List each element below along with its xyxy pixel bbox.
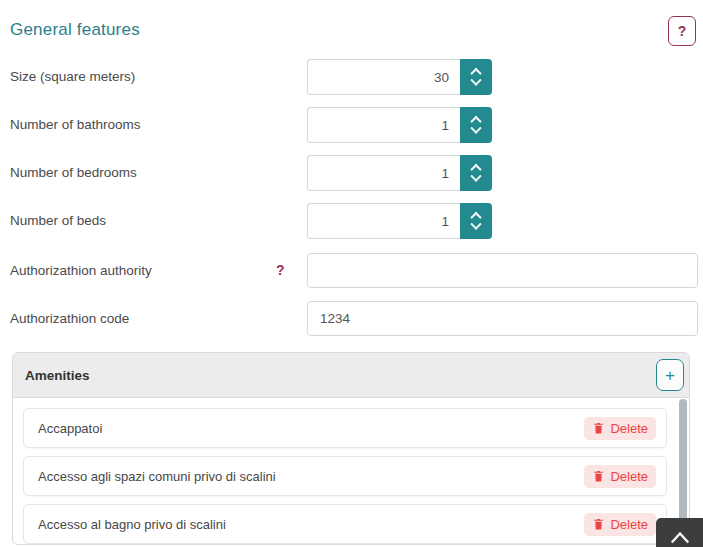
delete-label: Delete [610, 421, 648, 436]
authority-input[interactable] [307, 253, 698, 288]
delete-amenity-button[interactable]: Delete [584, 417, 656, 440]
trash-icon [592, 422, 605, 435]
page-title: General features [10, 20, 140, 40]
bathrooms-spinner[interactable] [460, 107, 492, 143]
list-item: Accesso al bagno privo di scalini Delete [23, 504, 667, 544]
code-input[interactable] [307, 301, 698, 336]
delete-amenity-button[interactable]: Delete [584, 513, 656, 536]
amenity-name: Accesso al bagno privo di scalini [38, 517, 226, 532]
amenities-header: Amenities + [13, 353, 689, 398]
field-row-beds: Number of beds [0, 203, 703, 238]
amenities-list: Accappatoi Delete Accesso agli spazi com… [13, 398, 689, 544]
field-row-code: Authorizathion code [0, 301, 703, 336]
size-spinner[interactable] [460, 59, 492, 95]
size-label: Size (square meters) [10, 59, 135, 94]
authority-help-icon[interactable]: ? [276, 253, 285, 288]
add-amenity-button[interactable]: + [656, 359, 684, 391]
bedrooms-spinner[interactable] [460, 155, 492, 191]
beds-input[interactable] [307, 203, 460, 239]
bathrooms-input[interactable] [307, 107, 460, 143]
scroll-to-top-button[interactable] [656, 518, 703, 547]
beds-field-group [307, 203, 492, 239]
bathrooms-label: Number of bathrooms [10, 107, 141, 142]
delete-label: Delete [610, 469, 648, 484]
chevron-up-icon [669, 530, 691, 546]
plus-icon: + [665, 366, 675, 385]
bedrooms-field-group [307, 155, 492, 191]
size-field-group [307, 59, 492, 95]
code-label: Authorizathion code [10, 301, 129, 336]
trash-icon [592, 470, 605, 483]
field-row-size: Size (square meters) [0, 59, 703, 94]
bedrooms-input[interactable] [307, 155, 460, 191]
scrollbar-thumb[interactable] [679, 399, 687, 521]
field-row-authority: Authorizathion authority ? [0, 253, 703, 288]
amenities-title: Amenities [25, 368, 90, 383]
field-row-bedrooms: Number of bedrooms [0, 155, 703, 190]
beds-spinner[interactable] [460, 203, 492, 239]
size-input[interactable] [307, 59, 460, 95]
bedrooms-label: Number of bedrooms [10, 155, 137, 190]
amenities-panel: Amenities + Accappatoi Delete Accesso ag… [12, 352, 690, 545]
general-features-form: General features ? Size (square meters) … [0, 0, 703, 547]
beds-label: Number of beds [10, 203, 106, 238]
field-row-bathrooms: Number of bathrooms [0, 107, 703, 142]
list-item: Accappatoi Delete [23, 408, 667, 448]
question-mark-icon: ? [678, 23, 687, 39]
list-item: Accesso agli spazi comuni privo di scali… [23, 456, 667, 496]
amenity-name: Accesso agli spazi comuni privo di scali… [38, 469, 276, 484]
authority-label: Authorizathion authority [10, 253, 152, 288]
delete-amenity-button[interactable]: Delete [584, 465, 656, 488]
delete-label: Delete [610, 517, 648, 532]
amenity-name: Accappatoi [38, 421, 102, 436]
help-button[interactable]: ? [668, 16, 696, 46]
trash-icon [592, 518, 605, 531]
bathrooms-field-group [307, 107, 492, 143]
